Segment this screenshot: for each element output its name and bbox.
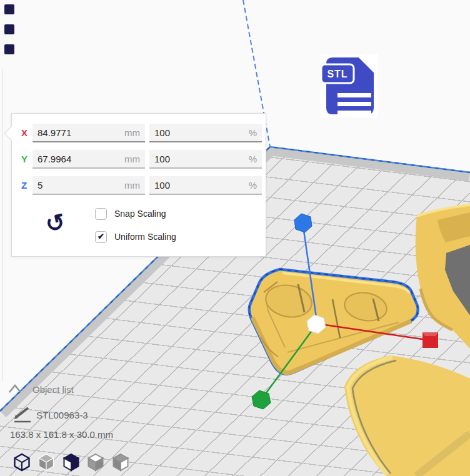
toolbar-icon-2[interactable]	[4, 24, 14, 34]
stl-file-icon[interactable]: STL	[320, 54, 378, 117]
z-size-input[interactable]: 5 mm	[32, 176, 145, 195]
view-right-icon[interactable]	[114, 454, 128, 470]
scale-tool-panel: X 84.9771 mm 100 % Y 67.9964 mm 100 % Z	[11, 113, 266, 257]
uniform-scaling-option[interactable]: ✔ Uniform Scaling	[95, 231, 176, 243]
object-list-header[interactable]: Object list	[32, 384, 74, 395]
x-size-input[interactable]: 84.9771 mm	[32, 124, 145, 142]
snap-scaling-checkbox[interactable]	[95, 208, 107, 220]
stl-document-icon	[320, 54, 378, 117]
view-3d-icon[interactable]	[15, 454, 29, 470]
view-top-icon[interactable]	[64, 454, 79, 470]
scale-row-z: Z 5 mm 100 %	[12, 176, 266, 195]
toolbar-icon-3[interactable]	[4, 44, 14, 54]
scale-row-x: X 84.9771 mm 100 %	[12, 124, 266, 142]
object-list-item[interactable]: STL00963-3	[36, 410, 88, 420]
view-presets-bar	[9, 447, 140, 476]
axis-z-label: Z	[21, 180, 27, 191]
z-percent-input[interactable]: 100 %	[149, 176, 262, 195]
model-dimensions-label: 163.8 x 161.8 x 30.0 mm	[10, 429, 113, 440]
chevron-up-icon[interactable]	[9, 385, 21, 392]
scale-row-y: Y 67.9964 mm 100 %	[12, 150, 266, 169]
uniform-scaling-checkbox[interactable]: ✔	[95, 231, 107, 243]
snap-scaling-option[interactable]: Snap Scaling	[95, 207, 166, 220]
x-percent-input[interactable]: 100 %	[149, 124, 262, 142]
axis-x-label: X	[21, 127, 28, 138]
viewport[interactable]: STL X 84.9771 mm 100 % Y 67.9964 mm 100 …	[0, 0, 470, 476]
stl-badge-label: STL	[321, 66, 354, 83]
left-panel-border	[2, 69, 3, 381]
y-percent-input[interactable]: 100 %	[149, 150, 262, 169]
toolbar-icon-1[interactable]	[4, 4, 14, 14]
y-size-input[interactable]: 67.9964 mm	[32, 150, 145, 169]
view-left-icon[interactable]	[89, 454, 103, 470]
axis-y-label: Y	[21, 154, 28, 164]
reset-scale-button[interactable]: ↺	[41, 209, 71, 240]
view-front-icon[interactable]	[39, 454, 54, 470]
